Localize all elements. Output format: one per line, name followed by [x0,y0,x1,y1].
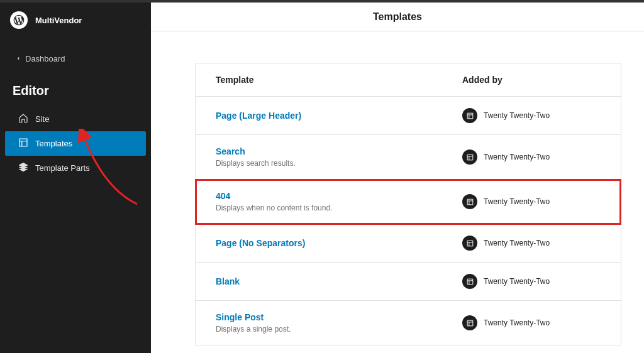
template-name-link[interactable]: Search [216,146,462,156]
table-row-highlighted: 404 Displays when no content is found. T… [196,180,621,224]
sidebar-item-label: Site [35,114,49,124]
template-name-link[interactable]: 404 [216,191,462,201]
theme-icon [462,315,477,330]
col-head-added-by: Added by [462,75,601,85]
template-description: Displays search results. [216,159,462,168]
home-icon [18,112,29,126]
wordpress-logo-icon[interactable] [10,11,28,29]
site-name: MultiVendor [35,16,82,25]
sidebar-item-templates[interactable]: Templates [5,131,146,156]
templates-table: Template Added by Page (Large Header) Tw… [195,63,621,345]
back-to-dashboard-link[interactable]: Dashboard [0,48,151,70]
back-label: Dashboard [25,54,65,63]
added-by-cell: Twenty Twenty-Two [462,149,601,165]
main-area: Templates Template Added by Page (Large … [151,0,644,353]
table-row: Page (Large Header) Twenty Twenty-Two [196,97,621,135]
sidebar-item-template-parts[interactable]: Template Parts [5,156,146,180]
table-row: Blank Twenty Twenty-Two [196,263,621,301]
theme-icon [462,108,477,123]
added-by-label: Twenty Twenty-Two [484,197,550,206]
template-name-link[interactable]: Page (Large Header) [216,111,462,121]
content: Template Added by Page (Large Header) Tw… [151,31,644,353]
added-by-label: Twenty Twenty-Two [484,277,550,286]
editor-sidebar: MultiVendor Dashboard Editor Site Templa… [0,0,151,353]
sidebar-header: MultiVendor [0,0,151,38]
added-by-cell: Twenty Twenty-Two [462,108,601,123]
template-description: Displays a single post. [216,325,462,334]
chevron-left-icon [15,54,21,63]
theme-icon [462,194,477,209]
template-name-link[interactable]: Single Post [216,312,462,322]
added-by-label: Twenty Twenty-Two [484,318,550,327]
added-by-cell: Twenty Twenty-Two [462,236,601,251]
sidebar-nav: Site Templates Template Parts [0,107,151,180]
template-description: Displays when no content is found. [216,204,462,212]
template-name-link[interactable]: Blank [216,276,462,286]
table-row: Page (No Separators) Twenty Twenty-Two [196,224,621,263]
added-by-label: Twenty Twenty-Two [484,111,550,120]
added-by-cell: Twenty Twenty-Two [462,274,601,289]
col-head-template: Template [216,75,462,85]
template-name-link[interactable]: Page (No Separators) [216,238,462,248]
page-title: Templates [373,11,422,23]
sidebar-item-label: Templates [35,139,72,148]
sidebar-item-label: Template Parts [35,163,90,173]
table-row: Single Post Displays a single post. Twen… [196,301,621,345]
added-by-cell: Twenty Twenty-Two [462,194,601,209]
sidebar-item-site[interactable]: Site [5,107,146,131]
theme-icon [462,236,477,251]
theme-icon [462,274,477,289]
table-row: Search Displays search results. Twenty T… [196,135,621,180]
added-by-cell: Twenty Twenty-Two [462,315,601,330]
added-by-label: Twenty Twenty-Two [484,239,550,247]
table-header-row: Template Added by [196,63,621,97]
layout-icon [18,137,29,150]
theme-icon [462,149,477,165]
added-by-label: Twenty Twenty-Two [484,153,550,161]
layers-icon [18,161,29,175]
sidebar-section-title: Editor [0,70,151,107]
main-header: Templates [151,0,644,31]
